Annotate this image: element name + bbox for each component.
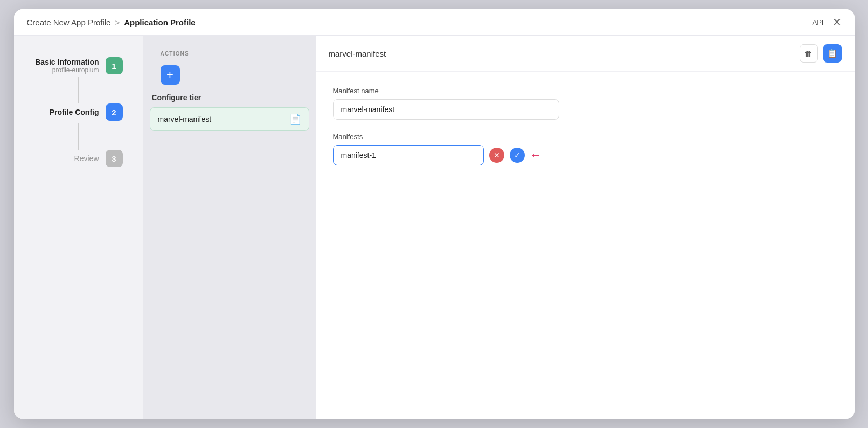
manifest-input[interactable] <box>333 145 484 165</box>
right-panel-actions: 🗑 📋 <box>800 44 842 63</box>
step-item-basic-info: Basic Information profile-europium 1 <box>25 57 133 77</box>
confirm-icon: ✓ <box>514 151 520 160</box>
actions-label: ACTIONS <box>152 43 198 61</box>
tier-file-icon: 📄 <box>289 113 301 125</box>
manifest-name-input[interactable] <box>333 99 559 120</box>
breadcrumb-link[interactable]: Create New App Profile <box>27 18 111 27</box>
edit-button[interactable]: 📋 <box>823 44 842 63</box>
edit-icon: 📋 <box>827 49 837 58</box>
step-title-1: Basic Information <box>34 58 99 66</box>
delete-button[interactable]: 🗑 <box>800 44 818 63</box>
step-badge-3[interactable]: 3 <box>106 150 123 167</box>
close-button[interactable]: ✕ <box>832 17 842 27</box>
cancel-manifest-button[interactable]: ✕ <box>489 148 504 163</box>
trash-icon: 🗑 <box>804 49 813 58</box>
api-button[interactable]: API <box>813 18 824 26</box>
right-panel-content: Manifest name Manifests ✕ ✓ ← <box>316 72 855 419</box>
step-row-3: Review 3 <box>25 150 133 167</box>
connector-1 <box>25 77 133 103</box>
step-badge-2[interactable]: 2 <box>106 103 123 121</box>
tier-name: marvel-manifest <box>158 115 212 123</box>
step-item-review: Review 3 <box>25 150 133 169</box>
step-row-2: Profile Config 2 <box>25 103 133 121</box>
manifests-label: Manifests <box>333 133 837 141</box>
tier-list: marvel-manifest 📄 <box>143 107 316 133</box>
confirm-manifest-button[interactable]: ✓ <box>510 148 525 163</box>
step-label-block-3: Review <box>34 154 99 163</box>
header-right: API ✕ <box>813 17 842 27</box>
step-label-block-1: Basic Information profile-europium <box>34 58 99 74</box>
step-title-3: Review <box>34 154 99 163</box>
plus-icon: + <box>166 68 173 82</box>
configure-tier-label: Configure tier <box>143 91 316 107</box>
sidebar: Basic Information profile-europium 1 Pro… <box>14 36 143 419</box>
step-badge-1[interactable]: 1 <box>106 57 123 74</box>
arrow-indicator: ← <box>530 149 542 161</box>
cancel-icon: ✕ <box>494 151 500 160</box>
manifest-name-label: Manifest name <box>333 87 837 95</box>
breadcrumb-current: Application Profile <box>124 18 196 27</box>
breadcrumb: Create New App Profile > Application Pro… <box>27 18 196 27</box>
manifest-name-field-group: Manifest name <box>333 87 837 120</box>
right-panel-header: marvel-manifest 🗑 📋 <box>316 36 855 72</box>
manifest-row: ✕ ✓ ← <box>333 145 837 165</box>
step-row-1: Basic Information profile-europium 1 <box>25 57 133 74</box>
manifests-field-group: Manifests ✕ ✓ ← <box>333 133 837 165</box>
right-panel-title: marvel-manifest <box>329 49 386 58</box>
step-item-profile-config: Profile Config 2 <box>25 103 133 123</box>
center-panel: ACTIONS + Configure tier marvel-manifest… <box>143 36 316 419</box>
modal-container: Create New App Profile > Application Pro… <box>14 9 855 419</box>
step-label-block-2: Profile Config <box>34 108 99 116</box>
tier-item-marvel-manifest[interactable]: marvel-manifest 📄 <box>150 107 309 131</box>
connector-2 <box>25 123 133 150</box>
modal-body: Basic Information profile-europium 1 Pro… <box>14 36 855 419</box>
modal-header: Create New App Profile > Application Pro… <box>14 9 855 36</box>
step-subtitle-1: profile-europium <box>34 66 99 74</box>
right-panel: marvel-manifest 🗑 📋 Manifest name <box>316 36 855 419</box>
breadcrumb-separator: > <box>115 18 120 27</box>
add-tier-button[interactable]: + <box>161 65 180 85</box>
step-title-2: Profile Config <box>34 108 99 116</box>
